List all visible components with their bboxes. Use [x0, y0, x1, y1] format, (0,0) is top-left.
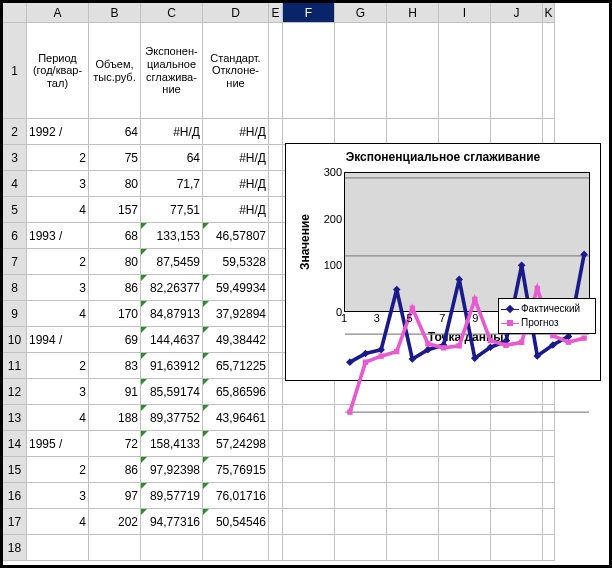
cell-K15[interactable] — [543, 457, 555, 483]
cell-C17[interactable]: 94,77316 — [141, 509, 203, 535]
row-header-9[interactable]: 9 — [3, 301, 27, 327]
cell-G2[interactable] — [335, 119, 387, 145]
cell-F16[interactable] — [283, 483, 335, 509]
cell-B15[interactable]: 86 — [89, 457, 141, 483]
cell-A1[interactable]: Период (год/квар-тал) — [27, 23, 89, 119]
cell-F2[interactable] — [283, 119, 335, 145]
cell-K18[interactable] — [543, 535, 555, 561]
row-header-2[interactable]: 2 — [3, 119, 27, 145]
cell-D3[interactable]: #Н/Д — [203, 145, 269, 171]
cell-C18[interactable] — [141, 535, 203, 561]
cell-E17[interactable] — [269, 509, 283, 535]
row-header-17[interactable]: 17 — [3, 509, 27, 535]
row-header-13[interactable]: 13 — [3, 405, 27, 431]
cell-C1[interactable]: Экспонен-циальное сглажива-ние — [141, 23, 203, 119]
cell-E8[interactable] — [269, 275, 283, 301]
cell-D2[interactable]: #Н/Д — [203, 119, 269, 145]
row-header-1[interactable]: 1 — [3, 23, 27, 119]
cell-A6[interactable]: 1993 / — [27, 223, 89, 249]
cell-C7[interactable]: 87,5459 — [141, 249, 203, 275]
cell-C16[interactable]: 89,57719 — [141, 483, 203, 509]
cell-C9[interactable]: 84,87913 — [141, 301, 203, 327]
row-header-15[interactable]: 15 — [3, 457, 27, 483]
cell-I1[interactable] — [439, 23, 491, 119]
col-header-G[interactable]: G — [335, 3, 387, 23]
cell-E12[interactable] — [269, 379, 283, 405]
cell-F12[interactable] — [283, 379, 335, 405]
cell-E5[interactable] — [269, 197, 283, 223]
cell-D8[interactable]: 59,49934 — [203, 275, 269, 301]
cell-C2[interactable]: #Н/Д — [141, 119, 203, 145]
cell-F15[interactable] — [283, 457, 335, 483]
cell-C15[interactable]: 97,92398 — [141, 457, 203, 483]
col-header-F[interactable]: F — [283, 3, 335, 23]
col-header-D[interactable]: D — [203, 3, 269, 23]
cell-B7[interactable]: 80 — [89, 249, 141, 275]
cell-H17[interactable] — [387, 509, 439, 535]
cell-F14[interactable] — [283, 431, 335, 457]
row-header-3[interactable]: 3 — [3, 145, 27, 171]
cell-C13[interactable]: 89,37752 — [141, 405, 203, 431]
cell-K16[interactable] — [543, 483, 555, 509]
cell-H16[interactable] — [387, 483, 439, 509]
col-header-E[interactable]: E — [269, 3, 283, 23]
cell-E14[interactable] — [269, 431, 283, 457]
select-all-corner[interactable] — [3, 3, 27, 23]
cell-D10[interactable]: 49,38442 — [203, 327, 269, 353]
cell-C10[interactable]: 144,4637 — [141, 327, 203, 353]
cell-J15[interactable] — [491, 457, 543, 483]
cell-H18[interactable] — [387, 535, 439, 561]
cell-I18[interactable] — [439, 535, 491, 561]
cell-A3[interactable]: 2 — [27, 145, 89, 171]
cell-H1[interactable] — [387, 23, 439, 119]
cell-G14[interactable] — [335, 431, 387, 457]
row-header-11[interactable]: 11 — [3, 353, 27, 379]
cell-E15[interactable] — [269, 457, 283, 483]
cell-D1[interactable]: Стандарт. Отклоне-ние — [203, 23, 269, 119]
cell-G16[interactable] — [335, 483, 387, 509]
cell-E1[interactable] — [269, 23, 283, 119]
cell-B6[interactable]: 68 — [89, 223, 141, 249]
cell-B8[interactable]: 86 — [89, 275, 141, 301]
cell-A8[interactable]: 3 — [27, 275, 89, 301]
cell-B11[interactable]: 83 — [89, 353, 141, 379]
cell-E2[interactable] — [269, 119, 283, 145]
cell-F18[interactable] — [283, 535, 335, 561]
cell-J2[interactable] — [491, 119, 543, 145]
col-header-H[interactable]: H — [387, 3, 439, 23]
cell-B12[interactable]: 91 — [89, 379, 141, 405]
cell-B10[interactable]: 69 — [89, 327, 141, 353]
cell-A16[interactable]: 3 — [27, 483, 89, 509]
cell-G17[interactable] — [335, 509, 387, 535]
cell-A15[interactable]: 2 — [27, 457, 89, 483]
cell-A11[interactable]: 2 — [27, 353, 89, 379]
col-header-C[interactable]: C — [141, 3, 203, 23]
cell-B1[interactable]: Объем, тыс.руб. — [89, 23, 141, 119]
cell-B18[interactable] — [89, 535, 141, 561]
cell-F13[interactable] — [283, 405, 335, 431]
cell-D16[interactable]: 76,01716 — [203, 483, 269, 509]
cell-D17[interactable]: 50,54546 — [203, 509, 269, 535]
cell-J14[interactable] — [491, 431, 543, 457]
cell-D7[interactable]: 59,5328 — [203, 249, 269, 275]
cell-K17[interactable] — [543, 509, 555, 535]
cell-H14[interactable] — [387, 431, 439, 457]
col-header-I[interactable]: I — [439, 3, 491, 23]
cell-G18[interactable] — [335, 535, 387, 561]
cell-E4[interactable] — [269, 171, 283, 197]
cell-A10[interactable]: 1994 / — [27, 327, 89, 353]
cell-I16[interactable] — [439, 483, 491, 509]
cell-C3[interactable]: 64 — [141, 145, 203, 171]
row-header-18[interactable]: 18 — [3, 535, 27, 561]
cell-F1[interactable] — [283, 23, 335, 119]
cell-D18[interactable] — [203, 535, 269, 561]
row-header-4[interactable]: 4 — [3, 171, 27, 197]
cell-C6[interactable]: 133,153 — [141, 223, 203, 249]
row-header-14[interactable]: 14 — [3, 431, 27, 457]
cell-F17[interactable] — [283, 509, 335, 535]
cell-H15[interactable] — [387, 457, 439, 483]
cell-B5[interactable]: 157 — [89, 197, 141, 223]
cell-E11[interactable] — [269, 353, 283, 379]
cell-A17[interactable]: 4 — [27, 509, 89, 535]
cell-K14[interactable] — [543, 431, 555, 457]
